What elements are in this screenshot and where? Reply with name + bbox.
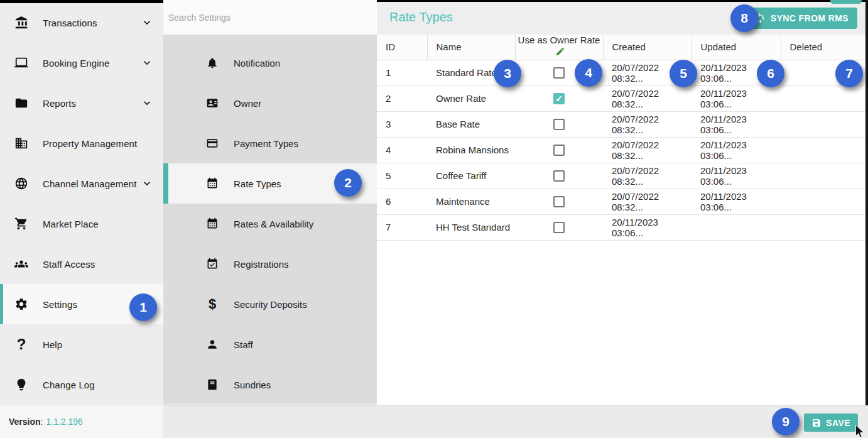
settings-item-label: Rates & Availability: [234, 219, 313, 229]
pencil-icon[interactable]: [555, 47, 565, 60]
version-bar: Version: 1.1.2.196: [0, 405, 163, 438]
cell-created: 20/07/2022 08:32...: [603, 137, 692, 163]
owner-rate-checkbox[interactable]: [553, 145, 565, 156]
building-icon: [14, 136, 29, 150]
settings-item-notification[interactable]: Notification: [163, 43, 377, 83]
settings-item-owner[interactable]: Owner: [163, 83, 377, 123]
owner-rate-checkbox[interactable]: [553, 67, 565, 79]
sidebar-item-channel-management[interactable]: Channel Management: [0, 163, 163, 204]
building-icon: [14, 136, 28, 150]
cell-name: Base Rate: [427, 111, 515, 137]
settings-item-rates-availability[interactable]: Rates & Availability: [163, 204, 377, 244]
question-icon: ?: [14, 337, 29, 352]
cell-created: 20/07/2022 08:32...: [603, 85, 692, 111]
sidebar-item-label: Reports: [43, 98, 76, 109]
credit-card-icon: [205, 137, 220, 150]
page-title: Rate Types: [389, 10, 453, 25]
sync-from-rms-button[interactable]: SYNC FROM RMS: [746, 8, 857, 29]
sidebar-item-market-place[interactable]: Market Place: [0, 204, 163, 244]
calendar-icon: [206, 217, 219, 230]
dollar-icon: $: [205, 297, 220, 311]
sidebar-item-booking-engine[interactable]: Booking Engine: [0, 43, 163, 83]
version-colon: :: [41, 417, 43, 427]
gear-icon: [14, 297, 28, 311]
cell-updated: 20/11/2023 03:06...: [692, 189, 781, 214]
folder-icon: [14, 96, 29, 110]
bell-icon: [206, 57, 219, 69]
sidebar-item-staff-access[interactable]: Staff Access: [0, 244, 163, 284]
calendar-icon: [205, 217, 220, 230]
annotation-badge-1: 1: [129, 293, 157, 321]
groups-icon: [14, 257, 29, 271]
owner-rate-checkbox[interactable]: [553, 119, 565, 130]
cell-name: HH Test Standard: [427, 214, 515, 240]
settings-item-label: Payment Types: [234, 138, 298, 149]
cell-created: 20/07/2022 08:32...: [603, 111, 692, 137]
person-icon: [206, 338, 219, 351]
rate-types-table: IDNameUse as Owner RateCreatedUpdatedDel…: [377, 35, 868, 241]
settings-item-security-deposits[interactable]: $Security Deposits: [163, 284, 377, 324]
settings-nav-list: NotificationOwnerPayment TypesRate Types…: [163, 35, 377, 404]
settings-item-payment-types[interactable]: Payment Types: [163, 123, 377, 163]
bell-icon: [205, 57, 220, 69]
settings-item-label: Owner: [234, 98, 261, 109]
version-value: 1.1.2.196: [46, 417, 82, 427]
chevron-down-icon: [141, 97, 153, 109]
cell-deleted: [781, 163, 868, 189]
dollar-icon: $: [209, 297, 216, 311]
column-header-label: ID: [386, 41, 395, 52]
annotation-badge-2: 2: [334, 169, 362, 197]
settings-item-registrations[interactable]: Registrations: [163, 244, 377, 284]
table-row: 1Standard Rate20/07/2022 08:32...20/11/2…: [377, 60, 868, 85]
column-header-label: Deleted: [790, 41, 823, 52]
sidebar-item-reports[interactable]: Reports: [0, 83, 163, 123]
cell-name: Coffee Tariff: [427, 163, 515, 189]
column-header-use-as-owner-rate: Use as Owner Rate: [515, 35, 603, 60]
settings-item-label: Rate Types: [234, 178, 281, 189]
settings-item-staff[interactable]: Staff: [163, 324, 377, 364]
bank-icon: [14, 16, 28, 30]
column-header-label: Updated: [701, 41, 737, 52]
lightbulb-icon: [14, 378, 28, 391]
sidebar-item-transactions[interactable]: Transactions: [0, 3, 163, 43]
cell-id: 3: [377, 111, 427, 137]
cell-id: 2: [377, 85, 427, 111]
settings-item-label: Staff: [234, 339, 253, 350]
annotation-badge-9: 9: [772, 408, 800, 435]
chevron-down-icon: [141, 16, 153, 29]
chevron-down-icon: [141, 57, 153, 69]
cell-updated: [692, 214, 781, 240]
chevron-down-icon: [141, 57, 153, 69]
sidebar-item-help[interactable]: ?Help: [0, 324, 163, 364]
owner-rate-checkbox[interactable]: [553, 196, 565, 207]
cell-name: Robina Mansions: [427, 137, 515, 163]
cell-updated: 20/11/2023 03:06...: [692, 163, 781, 189]
owner-rate-checkbox[interactable]: [553, 170, 565, 182]
groups-icon: [14, 257, 28, 271]
sidebar-item-label: Property Management: [43, 138, 137, 149]
cell-id: 7: [377, 214, 427, 240]
mouse-cursor: [854, 425, 865, 438]
cell-updated: 20/11/2023 03:06...: [692, 111, 781, 137]
calendar-icon: [205, 177, 220, 190]
cell-owner: [515, 189, 603, 214]
cell-id: 4: [377, 137, 427, 163]
owner-rate-checkbox[interactable]: ✓: [553, 93, 565, 104]
calendar-check-icon: [206, 258, 219, 270]
save-button[interactable]: SAVE: [804, 413, 858, 432]
search-settings-bar: [163, 0, 377, 35]
sidebar-item-label: Booking Engine: [43, 58, 109, 68]
sidebar-item-change-log[interactable]: Change Log: [0, 364, 163, 405]
settings-item-sundries[interactable]: Sundries: [163, 364, 377, 405]
column-header-created: Created: [603, 35, 692, 60]
search-settings-input[interactable]: [168, 13, 357, 23]
table-row: 5Coffee Tariff20/07/2022 08:32...20/11/2…: [377, 163, 868, 189]
main-header: Rate Types SYNC FROM RMS: [377, 0, 868, 35]
owner-rate-checkbox[interactable]: [553, 222, 565, 233]
gear-icon: [14, 297, 29, 311]
clipped-toast-notch: [830, 0, 862, 4]
sidebar-item-property-management[interactable]: Property Management: [0, 123, 163, 163]
person-icon: [205, 338, 220, 351]
window-edge-top-main: [377, 0, 868, 2]
cell-created: 20/07/2022 08:32...: [603, 189, 692, 214]
